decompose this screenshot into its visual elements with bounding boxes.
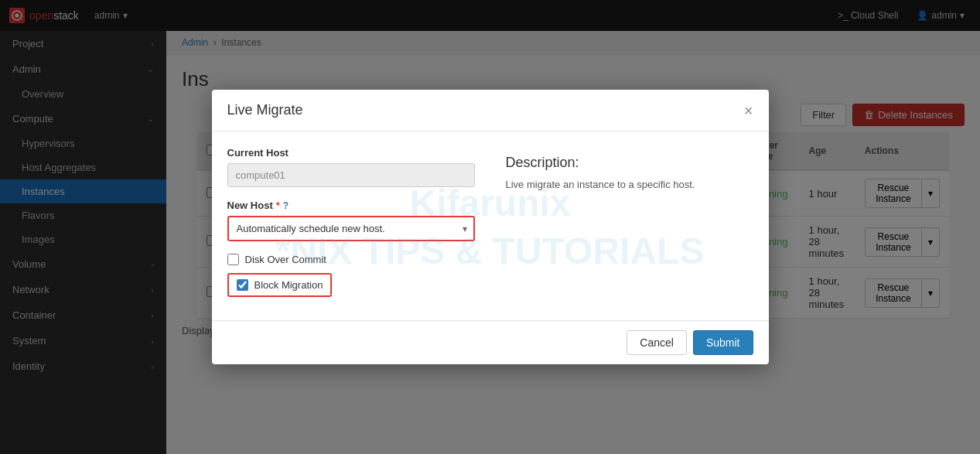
help-icon[interactable]: ? — [283, 200, 289, 211]
current-host-input — [227, 163, 475, 187]
new-host-select-wrapper: Automatically schedule new host. compute… — [227, 216, 475, 241]
modal-description: Description: Live migrate an instance to… — [506, 147, 753, 305]
description-text: Live migrate an instance to a specific h… — [506, 177, 753, 193]
block-migration-group: Block Migration — [227, 273, 475, 297]
modal-overlay: Live Migrate × Current Host New Host * ? — [0, 0, 980, 454]
submit-button[interactable]: Submit — [693, 330, 753, 355]
current-host-group: Current Host — [227, 147, 475, 187]
required-indicator: * — [276, 200, 280, 211]
modal-header: Live Migrate × — [212, 90, 769, 131]
new-host-group: New Host * ? Automatically schedule new … — [227, 200, 475, 241]
current-host-label: Current Host — [227, 147, 475, 159]
live-migrate-modal: Live Migrate × Current Host New Host * ? — [212, 90, 769, 364]
modal-form: Current Host New Host * ? Automatically … — [227, 147, 475, 305]
modal-close-button[interactable]: × — [744, 103, 753, 118]
description-title: Description: — [506, 155, 753, 171]
disk-over-commit-group: Disk Over Commit — [227, 254, 475, 265]
disk-over-commit-label[interactable]: Disk Over Commit — [245, 254, 326, 265]
block-migration-wrapper: Block Migration — [227, 273, 333, 297]
new-host-select[interactable]: Automatically schedule new host. compute… — [227, 216, 475, 241]
modal-footer: Cancel Submit — [212, 320, 769, 364]
block-migration-label[interactable]: Block Migration — [254, 279, 323, 291]
modal-title: Live Migrate — [227, 102, 303, 118]
disk-over-commit-checkbox[interactable] — [227, 254, 239, 265]
modal-body: Current Host New Host * ? Automatically … — [212, 131, 769, 320]
new-host-label: New Host * ? — [227, 200, 475, 211]
cancel-button[interactable]: Cancel — [627, 330, 687, 355]
block-migration-checkbox[interactable] — [237, 279, 248, 291]
